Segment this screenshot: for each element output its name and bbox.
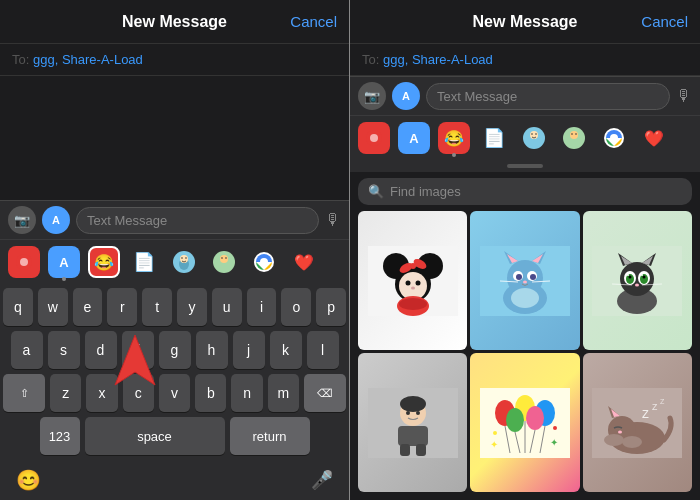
right-phone-panel: New Message Cancel To: ggg, Share-A-Load… [350,0,700,500]
keyboard-row-4: 123 space return [3,417,346,455]
key-m[interactable]: m [268,374,299,412]
key-w[interactable]: w [38,288,68,326]
key-h[interactable]: h [196,331,228,369]
svg-point-31 [405,280,410,285]
svg-point-69 [635,283,639,286]
left-app-tray: A 😂 📄 [0,239,349,284]
right-tray-memoji[interactable] [518,122,550,154]
key-g[interactable]: g [159,331,191,369]
key-x[interactable]: x [86,374,117,412]
key-t[interactable]: t [142,288,172,326]
right-tray-apps[interactable]: A [398,122,430,154]
key-space[interactable]: space [85,417,225,455]
right-tray-sticker[interactable]: 📄 [478,122,510,154]
svg-point-91 [493,431,497,435]
key-p[interactable]: p [316,288,346,326]
tray-photos[interactable] [8,246,40,278]
key-q[interactable]: q [3,288,33,326]
left-cancel-button[interactable]: Cancel [290,13,337,30]
key-a[interactable]: a [11,331,43,369]
tray-google[interactable] [248,246,280,278]
right-app-tray: A 😂 📄 [350,115,700,160]
right-tray-gif-active[interactable]: 😂 [438,122,470,154]
key-d[interactable]: d [85,331,117,369]
svg-point-6 [185,257,187,259]
tray-memoji[interactable] [168,246,200,278]
tray-memoji2[interactable] [208,246,240,278]
key-backspace[interactable]: ⌫ [304,374,346,412]
right-input-bar: 📷 A Text Message 🎙 [350,76,700,115]
svg-point-68 [641,274,643,276]
key-r[interactable]: r [107,288,137,326]
right-mic-button[interactable]: 🎙 [676,87,692,105]
key-u[interactable]: u [212,288,242,326]
key-e[interactable]: e [73,288,103,326]
left-dictation-button[interactable]: 🎤 [311,469,333,491]
key-shift[interactable]: ⇧ [3,374,45,412]
svg-point-22 [571,133,573,135]
key-o[interactable]: o [281,288,311,326]
gif-search-bar[interactable]: 🔍 Find images [358,178,692,205]
right-to-label: To: ggg, Share-A-Load [362,52,493,67]
right-header: New Message Cancel [350,0,700,44]
left-phone-panel: New Message Cancel To: ggg, Share-A-Load… [0,0,350,500]
search-icon: 🔍 [368,184,384,199]
key-f[interactable]: f [122,331,154,369]
gif-cell-minnie[interactable] [358,211,467,350]
svg-point-38 [399,298,427,310]
gif-cell-blue-cat[interactable] [470,211,579,350]
gif-cell-balloons[interactable]: ✦ ✦ [470,353,579,492]
gif-search-placeholder: Find images [390,184,461,199]
svg-rect-79 [416,444,426,456]
left-emoji-button[interactable]: 😊 [16,468,41,492]
left-text-input[interactable]: Text Message [76,207,319,234]
svg-point-9 [221,257,223,259]
right-tray-heart[interactable]: ❤️ [638,122,670,154]
tray-sticker[interactable]: 📄 [128,246,160,278]
tray-heart[interactable]: ❤️ [288,246,320,278]
key-y[interactable]: y [177,288,207,326]
right-apps-button[interactable]: A [392,82,420,110]
key-n[interactable]: n [231,374,262,412]
left-to-field: To: ggg, Share-A-Load [0,44,349,76]
svg-point-48 [516,274,522,280]
keyboard-row-1: q w e r t y u i o p [3,288,346,326]
apps-button[interactable]: A [42,206,70,234]
svg-point-77 [416,411,420,415]
right-tray-google[interactable] [598,122,630,154]
key-k[interactable]: k [270,331,302,369]
key-return[interactable]: return [230,417,310,455]
left-mic-button[interactable]: 🎙 [325,211,341,229]
key-z[interactable]: z [50,374,81,412]
key-j[interactable]: j [233,331,265,369]
left-contacts: ggg, Share-A-Load [33,52,143,67]
key-s[interactable]: s [48,331,80,369]
right-contacts: ggg, Share-A-Load [383,52,493,67]
key-b[interactable]: b [195,374,226,412]
right-cancel-button[interactable]: Cancel [641,13,688,30]
right-tray-memoji2[interactable] [558,122,590,154]
key-c[interactable]: c [123,374,154,412]
right-camera-button[interactable]: 📷 [358,82,386,110]
right-text-input[interactable]: Text Message [426,83,670,110]
gif-cell-man[interactable] [358,353,467,492]
right-tray-photos[interactable] [358,122,390,154]
tray-apps-store[interactable]: A [48,246,80,278]
keyboard-row-3: ⇧ z x c v b n m ⌫ [3,374,346,412]
svg-point-18 [531,133,533,135]
key-v[interactable]: v [159,374,190,412]
svg-point-30 [399,272,427,300]
key-l[interactable]: l [307,331,339,369]
key-num[interactable]: 123 [40,417,80,455]
tray-gif-active[interactable]: 😂 [88,246,120,278]
svg-point-101 [604,434,624,446]
camera-button[interactable]: 📷 [8,206,36,234]
key-i[interactable]: i [247,288,277,326]
svg-point-85 [526,406,544,430]
svg-point-5 [181,257,183,259]
gif-cell-sleeping-cat[interactable]: z z z [583,353,692,492]
svg-text:z: z [660,396,665,406]
gif-cell-anime-cat[interactable] [583,211,692,350]
svg-point-1 [20,258,28,266]
to-label: To: ggg, Share-A-Load [12,52,143,67]
